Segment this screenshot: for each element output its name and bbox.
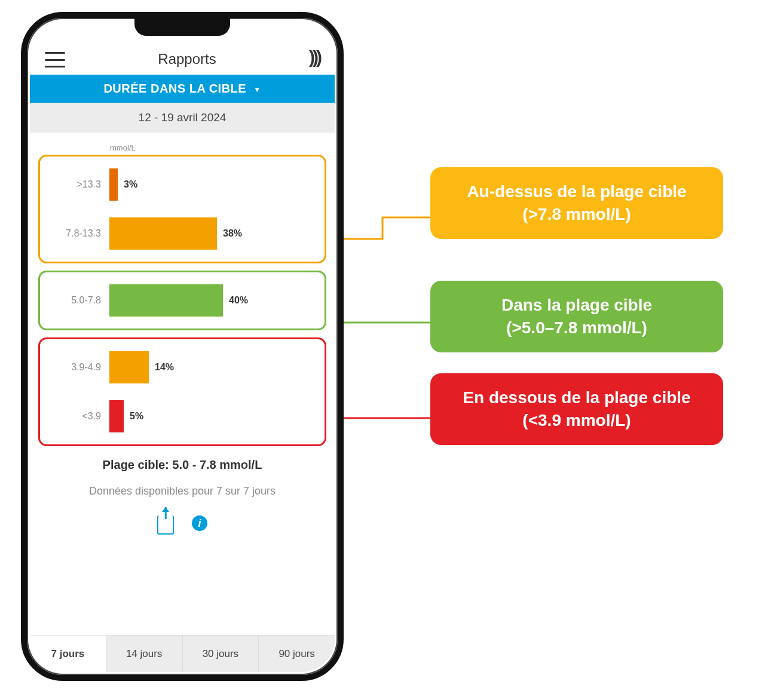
callout-line1: Au-dessus de la plage cible [441, 180, 712, 203]
menu-icon[interactable] [45, 52, 65, 67]
bar-label: >13.3 [44, 179, 109, 190]
report-type-dropdown[interactable]: DURÉE DANS LA CIBLE ▼ [30, 75, 335, 103]
info-icon[interactable]: i [192, 515, 207, 531]
bar-track: 38% [109, 217, 321, 250]
range-box-above: >13.3 3% 7.8-13.3 38% [38, 155, 326, 263]
nfc-icon[interactable]: ))) [309, 47, 320, 67]
range-box-in: 5.0-7.8 40% [38, 271, 326, 330]
bar-label: 7.8-13.3 [44, 228, 109, 239]
bar-pct: 14% [155, 362, 174, 373]
bar-pct: 38% [223, 228, 242, 239]
bar-track: 5% [109, 400, 321, 432]
phone-screen: Rapports ))) DURÉE DANS LA CIBLE ▼ 12 - … [30, 21, 335, 672]
bar-pct: 40% [229, 295, 248, 306]
callout-above-range: Au-dessus de la plage cible (>7.8 mmol/L… [430, 167, 723, 239]
stage: Rapports ))) DURÉE DANS LA CIBLE ▼ 12 - … [0, 0, 765, 700]
callout-line1: Dans la plage cible [441, 294, 712, 317]
tab-30-days[interactable]: 30 jours [183, 635, 259, 672]
action-row: i [38, 515, 326, 535]
share-icon[interactable] [157, 515, 174, 535]
bar-row-high: 7.8-13.3 38% [44, 209, 321, 258]
bar-pct: 5% [130, 411, 143, 422]
range-box-below: 3.9-4.9 14% <3.9 5% [38, 337, 326, 446]
dropdown-label: DURÉE DANS LA CIBLE [103, 82, 246, 95]
bar-row-low: 3.9-4.9 14% [44, 343, 321, 392]
bar-track: 40% [109, 284, 321, 317]
bar-in-range [109, 284, 223, 317]
period-tabs: 7 jours 14 jours 30 jours 90 jours [30, 635, 335, 672]
callout-line2: (>7.8 mmol/L) [441, 203, 712, 226]
bar-track: 14% [109, 351, 321, 383]
bar-low [109, 351, 149, 383]
bar-row-in-range: 5.0-7.8 40% [44, 276, 321, 325]
bar-row-very-low: <3.9 5% [44, 392, 321, 441]
date-range-label: 12 - 19 avril 2024 [30, 103, 335, 133]
target-range-text: Plage cible: 5.0 - 7.8 mmol/L [38, 458, 326, 472]
bar-high [109, 217, 217, 250]
tab-90-days[interactable]: 90 jours [259, 635, 335, 672]
tab-7-days[interactable]: 7 jours [30, 635, 106, 672]
bar-label: 5.0-7.8 [44, 295, 109, 306]
page-title: Rapports [65, 51, 309, 67]
bar-label: 3.9-4.9 [44, 362, 109, 373]
phone-frame: Rapports ))) DURÉE DANS LA CIBLE ▼ 12 - … [21, 12, 344, 681]
chevron-down-icon: ▼ [253, 85, 261, 94]
bar-track: 3% [109, 168, 321, 201]
chart-area: mmol/L >13.3 3% 7.8-13.3 38 [30, 133, 335, 635]
bar-label: <3.9 [44, 411, 109, 422]
unit-label: mmol/L [110, 143, 326, 152]
bar-very-low [109, 400, 124, 432]
callout-below-range: En dessous de la plage cible (<3.9 mmol/… [430, 373, 723, 445]
callout-line2: (<3.9 mmol/L) [441, 409, 712, 432]
callout-line1: En dessous de la plage cible [441, 386, 712, 409]
bar-very-high [109, 168, 118, 201]
phone-notch [134, 18, 230, 36]
callout-line2: (>5.0–7.8 mmol/L) [441, 317, 712, 339]
bar-row-very-high: >13.3 3% [44, 160, 321, 209]
callout-in-range: Dans la plage cible (>5.0–7.8 mmol/L) [430, 281, 723, 352]
bar-pct: 3% [124, 179, 137, 190]
data-availability-text: Données disponibles pour 7 sur 7 jours [38, 485, 326, 498]
tab-14-days[interactable]: 14 jours [106, 635, 183, 672]
